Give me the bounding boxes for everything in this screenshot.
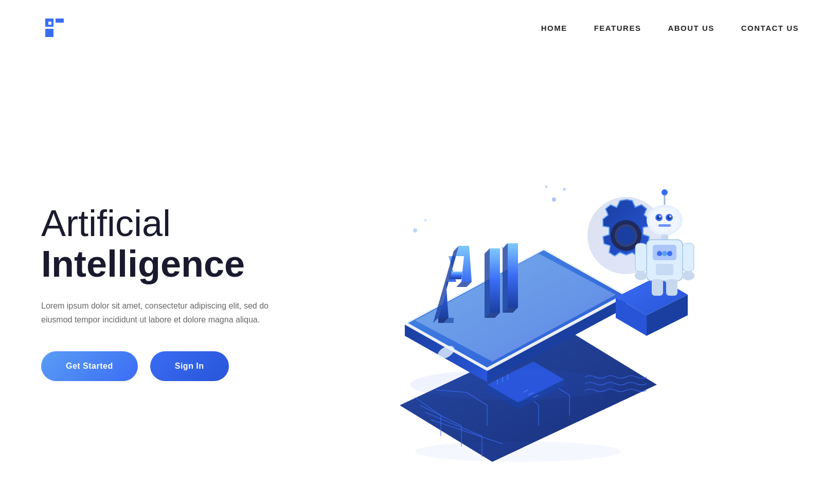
nav-about-us[interactable]: ABOUT US — [668, 24, 714, 32]
svg-point-90 — [424, 219, 426, 222]
svg-marker-43 — [456, 282, 472, 287]
svg-point-55 — [617, 226, 635, 245]
ai-illustration — [338, 97, 739, 467]
svg-point-66 — [669, 215, 671, 218]
logo — [41, 14, 68, 41]
svg-marker-47 — [485, 248, 490, 318]
svg-marker-49 — [508, 243, 518, 308]
svg-point-86 — [552, 197, 556, 202]
svg-rect-2 — [56, 19, 64, 23]
nav-contact-us[interactable]: CONTACT US — [741, 24, 799, 32]
svg-marker-46 — [490, 248, 500, 313]
nav-features[interactable]: FEATURES — [594, 24, 641, 32]
svg-marker-50 — [503, 243, 508, 313]
svg-point-69 — [662, 189, 668, 195]
svg-rect-3 — [48, 22, 51, 25]
svg-point-89 — [413, 228, 417, 232]
hero-left: Artificial Intelligence Lorem ipsum dolo… — [41, 183, 278, 382]
svg-point-85 — [415, 441, 621, 462]
hero-buttons: Get Started Sign In — [41, 351, 278, 381]
svg-rect-78 — [635, 243, 647, 272]
nav: HOME FEATURES ABOUT US CONTACT US — [541, 24, 799, 32]
svg-point-75 — [662, 251, 667, 256]
svg-point-84 — [410, 369, 616, 400]
svg-point-74 — [657, 251, 662, 256]
svg-rect-77 — [656, 264, 673, 275]
logo-icon — [41, 14, 68, 41]
hero-description: Lorem ipsum dolor sit amet, consectetur … — [41, 299, 278, 327]
svg-point-80 — [635, 271, 647, 280]
svg-point-38 — [501, 246, 503, 248]
isometric-svg — [338, 97, 739, 467]
svg-rect-82 — [652, 279, 663, 296]
hero-illustration — [278, 97, 799, 467]
nav-home[interactable]: HOME — [541, 24, 567, 32]
svg-rect-67 — [658, 224, 671, 227]
hero-section: Artificial Intelligence Lorem ipsum dolo… — [0, 56, 840, 498]
svg-point-65 — [659, 215, 661, 218]
svg-point-76 — [667, 251, 672, 256]
svg-rect-79 — [683, 243, 694, 272]
svg-point-81 — [682, 271, 694, 280]
hero-title-line1: Artificial — [41, 203, 171, 244]
sign-in-button[interactable]: Sign In — [150, 351, 229, 381]
hero-title: Artificial Intelligence — [41, 203, 278, 284]
svg-point-88 — [545, 186, 547, 188]
hero-title-line2: Intelligence — [41, 243, 245, 284]
svg-point-60 — [649, 207, 680, 233]
get-started-button[interactable]: Get Started — [41, 351, 138, 381]
header: HOME FEATURES ABOUT US CONTACT US — [0, 0, 840, 56]
svg-rect-83 — [666, 279, 677, 296]
svg-point-87 — [563, 188, 566, 191]
svg-rect-1 — [45, 29, 53, 37]
